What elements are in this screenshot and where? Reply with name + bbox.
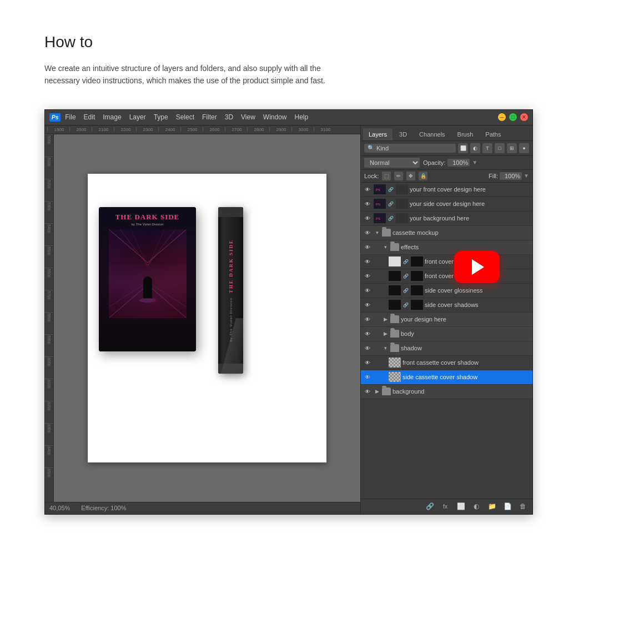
lock-all-icon[interactable]: 🔒: [419, 172, 427, 180]
layer-visibility-toggle[interactable]: 👁: [363, 315, 372, 324]
layer-visibility-toggle[interactable]: 👁: [363, 185, 372, 194]
layer-search-bar[interactable]: 🔍 Kind: [364, 144, 456, 153]
layer-folder[interactable]: 👁 ▾ shadow: [361, 341, 532, 356]
layer-visibility-toggle[interactable]: 👁: [363, 228, 372, 237]
tab-paths[interactable]: Paths: [480, 128, 506, 140]
ruler-mark: 5000: [45, 134, 53, 157]
filter-pixel-icon[interactable]: ⬜: [458, 143, 468, 153]
filter-smart-icon[interactable]: ⊞: [507, 143, 517, 153]
folder-expand-arrow[interactable]: ▾: [374, 230, 380, 235]
layer-item-selected[interactable]: 👁 side cassette cover shadow: [361, 370, 532, 385]
fill-input[interactable]: [500, 172, 522, 180]
layer-thumbnail: PS: [374, 184, 386, 194]
tab-brush[interactable]: Brush: [452, 128, 479, 140]
lock-transparent-icon[interactable]: ⬚: [382, 172, 391, 180]
youtube-play-button[interactable]: [454, 251, 500, 283]
layer-thumbnail: [389, 271, 401, 281]
folder-expand-arrow[interactable]: ▾: [382, 244, 389, 250]
opacity-input[interactable]: [447, 159, 470, 167]
layer-item[interactable]: 👁 PS 🔗 your background here: [361, 212, 532, 226]
layer-visibility-toggle[interactable]: 👁: [363, 286, 372, 295]
opacity-dropdown-icon[interactable]: ▼: [472, 159, 477, 165]
menu-3d[interactable]: 3D: [225, 113, 233, 121]
folder-expand-arrow[interactable]: ▶: [382, 316, 389, 322]
layer-visibility-toggle[interactable]: 👁: [363, 243, 372, 251]
new-folder-icon[interactable]: 📁: [487, 501, 497, 511]
minimize-button[interactable]: ─: [498, 113, 506, 121]
lock-paint-icon[interactable]: ✏: [394, 172, 403, 180]
ruler-mark: 5700: [45, 290, 53, 312]
layer-visibility-toggle[interactable]: 👁: [363, 199, 372, 208]
layer-visibility-toggle[interactable]: 👁: [363, 387, 372, 396]
tab-channels[interactable]: Channels: [414, 128, 450, 140]
delete-layer-icon[interactable]: 🗑: [518, 501, 528, 511]
menu-layer[interactable]: Layer: [129, 113, 146, 121]
filter-toggle[interactable]: ●: [519, 143, 529, 153]
layer-name: your side cover design here: [410, 200, 530, 207]
layer-folder[interactable]: 👁 ▾ effects: [361, 240, 532, 255]
fx-icon[interactable]: fx: [440, 501, 450, 511]
cassette-side-title: THE DARK SIDE: [228, 239, 234, 293]
layer-visibility-toggle[interactable]: 👁: [363, 257, 372, 266]
layer-item[interactable]: 👁 🔗 front cover shadows: [361, 269, 532, 284]
layer-item[interactable]: 👁 🔗 side cover glossiness: [361, 284, 532, 298]
layer-visibility-toggle[interactable]: 👁: [363, 271, 372, 280]
layer-visibility-toggle[interactable]: 👁: [363, 344, 372, 353]
layer-mask-thumbnail: [396, 184, 408, 194]
menu-file[interactable]: File: [65, 113, 76, 121]
corridor-svg: [109, 229, 187, 318]
layers-panel: Layers 3D Channels Brush Paths 🔍 Kind: [360, 125, 532, 514]
menu-image[interactable]: Image: [103, 113, 121, 121]
menu-edit[interactable]: Edit: [84, 113, 95, 121]
menu-select[interactable]: Select: [176, 113, 194, 121]
layer-visibility-toggle[interactable]: 👁: [363, 329, 372, 338]
ruler-mark: 2100: [92, 127, 114, 132]
lock-move-icon[interactable]: ✥: [406, 172, 415, 180]
layer-visibility-toggle[interactable]: 👁: [363, 214, 372, 223]
menu-filter[interactable]: Filter: [202, 113, 217, 121]
layer-folder[interactable]: 👁 ▾ cassette mockup: [361, 226, 532, 240]
menu-view[interactable]: View: [241, 113, 255, 121]
add-mask-icon[interactable]: ⬜: [456, 501, 466, 511]
layer-item[interactable]: 👁 PS 🔗 your side cover design here: [361, 197, 532, 212]
layer-item[interactable]: 👁 🔗 front cover glossiness: [361, 255, 532, 269]
canvas[interactable]: THE DARK SIDE by The Violet Division: [54, 134, 360, 502]
layer-visibility-toggle[interactable]: 👁: [363, 373, 372, 381]
folder-expand-arrow[interactable]: ▶: [374, 389, 380, 394]
menu-type[interactable]: Type: [154, 113, 168, 121]
fill-controls: Fill: ▼: [489, 172, 529, 180]
ruler-mark: 6500: [45, 467, 53, 490]
layer-visibility-toggle[interactable]: 👁: [363, 300, 372, 309]
ruler-mark: 2800: [247, 127, 269, 132]
folder-expand-arrow[interactable]: ▾: [382, 345, 389, 351]
folder-icon: [382, 229, 391, 237]
filter-text-icon[interactable]: T: [482, 143, 492, 153]
link-layers-icon[interactable]: 🔗: [425, 501, 435, 511]
blend-mode-dropdown[interactable]: Normal: [364, 158, 420, 168]
folder-expand-arrow[interactable]: ▶: [382, 331, 389, 336]
fill-dropdown-icon[interactable]: ▼: [524, 173, 529, 179]
menu-window[interactable]: Window: [263, 113, 287, 121]
layer-visibility-toggle[interactable]: 👁: [363, 358, 372, 367]
layer-link-icon: 🔗: [388, 215, 394, 222]
layer-item[interactable]: 👁 🔗 side cover shadows: [361, 298, 532, 313]
filter-shape-icon[interactable]: □: [495, 143, 505, 153]
svg-text:PS: PS: [376, 203, 380, 206]
menu-help[interactable]: Help: [295, 113, 309, 121]
tab-3d[interactable]: 3D: [394, 128, 412, 140]
tab-layers[interactable]: Layers: [363, 128, 393, 140]
adjustment-icon[interactable]: ◐: [471, 501, 481, 511]
cassette-subtitle: by The Violet Division: [132, 223, 163, 226]
filter-adjustment-icon[interactable]: ◐: [470, 143, 480, 153]
page-description: We create an intuitive structure of laye…: [44, 62, 355, 87]
opacity-controls: Opacity: ▼: [423, 159, 477, 167]
ruler-mark: 5100: [45, 157, 53, 179]
layer-item[interactable]: 👁 PS 🔗 your front cover design here: [361, 183, 532, 197]
layer-folder[interactable]: 👁 ▶ body: [361, 327, 532, 341]
layer-folder[interactable]: 👁 ▶ your design here: [361, 313, 532, 327]
close-button[interactable]: ✕: [520, 113, 528, 121]
layer-item[interactable]: 👁 front cassette cover shadow: [361, 356, 532, 370]
maximize-button[interactable]: □: [509, 113, 517, 121]
layer-folder[interactable]: 👁 ▶ background: [361, 385, 532, 399]
new-layer-icon[interactable]: 📄: [502, 501, 512, 511]
